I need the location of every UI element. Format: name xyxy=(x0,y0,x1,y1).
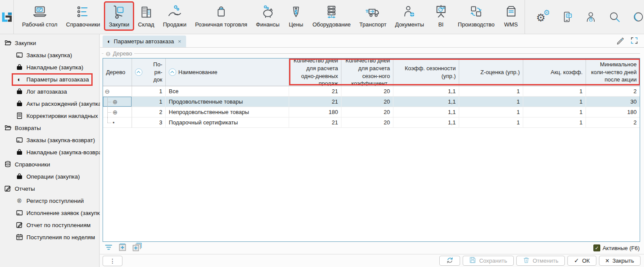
value-cell[interactable]: 20 xyxy=(341,86,393,97)
column-header-2[interactable]: Наименование xyxy=(166,59,289,86)
value-cell[interactable]: 1 xyxy=(459,107,523,117)
table-row-0[interactable]: ⊖1Все21201,1112 xyxy=(103,86,640,97)
value-cell[interactable]: 20 xyxy=(341,117,393,128)
collapse-group-icon[interactable]: ⊖ xyxy=(106,51,111,57)
column-header-6[interactable]: Z-оценка (упр.) xyxy=(459,59,523,86)
name-cell[interactable]: Подарочный сертификаты xyxy=(166,117,289,128)
settings-gears-icon[interactable]: ⚙⚙ xyxy=(536,10,549,24)
tree-leaf-icon[interactable]: ● xyxy=(113,121,115,124)
search-icon[interactable] xyxy=(609,11,621,23)
save-button[interactable]: Сохранить xyxy=(463,256,514,266)
value-cell[interactable]: 21 xyxy=(289,97,341,107)
order-cell[interactable]: 3 xyxy=(132,117,166,128)
tree-cell[interactable]: ⊕ xyxy=(103,97,132,107)
clock-icon[interactable] xyxy=(632,11,644,23)
ok-button[interactable]: ✓ОК xyxy=(567,256,596,266)
tree-cell[interactable]: ⊖ xyxy=(103,86,132,97)
value-cell[interactable]: 180 xyxy=(586,107,640,117)
tree-expand-icon[interactable]: ⊕ xyxy=(113,109,118,115)
top-menu-item-9[interactable]: Транспорт xyxy=(355,2,390,30)
sidebar-item-3[interactable]: ◐Параметры автозаказа xyxy=(0,73,99,85)
top-menu-item-7[interactable]: Цены xyxy=(284,2,308,30)
sidebar-item-4[interactable]: Лог автозаказа xyxy=(0,85,99,98)
sidebar-item-11[interactable]: Операции (закупка) xyxy=(0,170,99,182)
sidebar-item-7[interactable]: Возвраты xyxy=(0,122,99,134)
top-menu-item-13[interactable]: WMS xyxy=(499,2,523,30)
top-menu-item-4[interactable]: Продажи xyxy=(159,2,190,30)
value-cell[interactable]: 21 xyxy=(289,117,341,128)
top-menu-item-6[interactable]: Финансы xyxy=(252,2,283,30)
sidebar-item-8[interactable]: Заказы (закупка-возврат) xyxy=(0,134,99,146)
top-menu-item-11[interactable]: BI xyxy=(429,2,453,30)
tab-close-icon[interactable]: × xyxy=(178,38,181,45)
sidebar-item-12[interactable]: Отчеты xyxy=(0,182,99,195)
column-header-1[interactable]: По-ря-док xyxy=(132,59,166,86)
sidebar-item-5[interactable]: Акты расхождений (закупка) xyxy=(0,98,99,110)
refresh-button[interactable] xyxy=(439,256,460,266)
name-cell[interactable]: Непродовольственные товары xyxy=(166,107,289,117)
close-button[interactable]: ×Закрыть xyxy=(599,256,641,266)
table-row-1[interactable]: ⊕1Продовольственные товары21201,11130 xyxy=(103,97,640,107)
tree-cell[interactable]: ● xyxy=(103,117,132,128)
value-cell[interactable]: 1 xyxy=(459,97,523,107)
value-cell[interactable]: 1 xyxy=(523,86,586,97)
add-multiple-icon[interactable] xyxy=(132,242,142,252)
sidebar-item-6[interactable]: Корректировки накладных xyxy=(0,110,99,122)
sidebar-item-10[interactable]: Справочники xyxy=(0,158,99,170)
app-logo-icon[interactable] xyxy=(0,0,14,34)
top-menu-item-3[interactable]: Склад xyxy=(134,2,158,30)
value-cell[interactable]: 180 xyxy=(289,107,341,117)
column-header-8[interactable]: Минимальное коли-чество дней после акции xyxy=(586,59,640,86)
sidebar-item-14[interactable]: Исполнение заявок (закупка) xyxy=(0,207,99,219)
column-header-5[interactable]: Коэфф. сезонности (упр.) xyxy=(393,59,459,86)
top-menu-item-5[interactable]: Розничная торговля xyxy=(191,2,251,30)
column-header-4[interactable]: Количество дней для расчета сезон-ного к… xyxy=(341,59,393,86)
value-cell[interactable]: 1,1 xyxy=(393,107,459,117)
active-filter-checkbox[interactable]: ✓ Активные (F6) xyxy=(593,244,640,251)
value-cell[interactable]: 1,1 xyxy=(393,86,459,97)
value-cell[interactable]: 1 xyxy=(523,97,586,107)
column-header-3[interactable]: Количество дней для расчета одно-дневных… xyxy=(289,59,341,86)
sidebar-item-2[interactable]: Накладные (закупка) xyxy=(0,61,99,73)
value-cell[interactable]: 2 xyxy=(586,117,640,128)
more-menu-button[interactable]: ⋮ xyxy=(103,256,122,266)
value-cell[interactable]: 20 xyxy=(341,107,393,117)
order-cell[interactable]: 1 xyxy=(132,86,166,97)
sidebar-item-9[interactable]: Накладные (закупка-возврат) xyxy=(0,146,99,158)
value-cell[interactable]: 1 xyxy=(459,117,523,128)
order-cell[interactable]: 2 xyxy=(132,107,166,117)
filter-icon[interactable] xyxy=(104,243,113,252)
sidebar-item-15[interactable]: Отчет по поступлениям xyxy=(0,219,99,231)
value-cell[interactable]: 2 xyxy=(586,86,640,97)
name-cell[interactable]: Все xyxy=(166,86,289,97)
top-menu-item-8[interactable]: Оборудование xyxy=(309,2,354,30)
value-cell[interactable]: 1,1 xyxy=(393,97,459,107)
column-header-0[interactable]: Дерево xyxy=(103,59,132,86)
top-menu-item-10[interactable]: Документы xyxy=(391,2,428,30)
tree-cell[interactable]: ⊕ xyxy=(103,107,132,117)
tree-collapse-icon[interactable]: ⊖ xyxy=(105,88,110,94)
sidebar-item-1[interactable]: Заказы (закупка) xyxy=(0,49,99,61)
sidebar-item-13[interactable]: ®Регистр поступлений xyxy=(0,195,99,207)
order-cell[interactable]: 1 xyxy=(132,97,166,107)
top-menu-item-1[interactable]: Справочники xyxy=(62,2,104,30)
value-cell[interactable]: 1,1 xyxy=(393,117,459,128)
top-menu-item-0[interactable]: Рабочий стол xyxy=(18,2,61,30)
value-cell[interactable]: 20 xyxy=(341,97,393,107)
sidebar-item-16[interactable]: Поступления по неделям xyxy=(0,231,99,243)
tab-parametry-avtozakaza[interactable]: ◐ Параметры автозаказа × xyxy=(103,36,186,47)
top-menu-item-2[interactable]: Закупки xyxy=(105,2,133,30)
table-row-2[interactable]: ⊕2Непродовольственные товары180201,11118… xyxy=(103,107,640,117)
value-cell[interactable]: 21 xyxy=(289,86,341,97)
expand-corners-icon[interactable] xyxy=(631,37,638,44)
user-lock-icon[interactable] xyxy=(585,11,597,23)
value-cell[interactable]: 30 xyxy=(586,97,640,107)
sort-ascending-icon[interactable] xyxy=(135,68,142,76)
value-cell[interactable]: 1 xyxy=(523,107,586,117)
add-icon[interactable] xyxy=(118,243,127,252)
sort-ascending-icon[interactable] xyxy=(169,68,176,76)
table-row-3[interactable]: ●3Подарочный сертификаты21201,1112 xyxy=(103,117,640,128)
tree-expand-icon[interactable]: ⊕ xyxy=(113,99,118,105)
name-cell[interactable]: Продовольственные товары xyxy=(166,97,289,107)
top-menu-item-12[interactable]: Производство xyxy=(454,2,499,30)
